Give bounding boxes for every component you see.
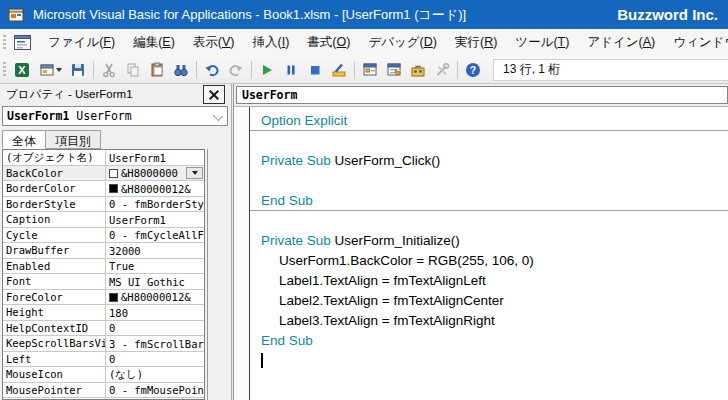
help-button[interactable]: ? xyxy=(461,59,485,81)
selected-object-name: UserForm1 xyxy=(7,109,69,123)
property-row-helpcontextid[interactable]: HelpContextID0 xyxy=(3,321,204,337)
menu-label: ) xyxy=(111,35,115,49)
code-line[interactable] xyxy=(250,131,728,151)
menu-label: ) xyxy=(285,35,289,49)
undo-icon xyxy=(204,62,220,78)
save-button[interactable] xyxy=(66,59,90,81)
menu-label: ) xyxy=(493,35,497,49)
menu-label: ) xyxy=(433,35,437,49)
code-line[interactable] xyxy=(250,211,728,231)
menu-tools[interactable]: ツール(T) xyxy=(506,30,578,55)
property-row-bordercolor[interactable]: BorderColor&H80000012& xyxy=(3,181,204,197)
break-icon xyxy=(283,62,299,78)
help-icon: ? xyxy=(465,62,481,78)
object-selector-dropdown[interactable]: UserForm1 UserForm xyxy=(2,106,228,126)
menu-label: 実行( xyxy=(455,35,484,49)
reset-icon xyxy=(307,62,323,78)
property-row-keepscrollbars[interactable]: KeepScrollBarsVis3 - fmScrollBarsB xyxy=(3,336,204,352)
design-mode-icon xyxy=(331,62,347,78)
project-explorer-button[interactable] xyxy=(358,59,382,81)
menu-run[interactable]: 実行(R) xyxy=(446,30,506,55)
menu-file[interactable]: ファイル(F) xyxy=(39,30,124,55)
menu-access-key: A xyxy=(643,35,651,49)
property-row-left[interactable]: Left0 xyxy=(3,352,204,368)
menu-addins[interactable]: アドイン(A) xyxy=(578,30,664,55)
property-row-font[interactable]: FontMS UI Gothic xyxy=(3,274,204,290)
object-dropdown[interactable]: UserForm xyxy=(236,86,728,104)
code-line[interactable]: Label3.TextAlign = fmTextAlignRight xyxy=(250,311,728,331)
property-row-caption[interactable]: CaptionUserForm1 xyxy=(3,212,204,228)
properties-panel: プロパティ - UserForm1 UserForm1 UserForm 全体 … xyxy=(0,84,232,400)
find-button[interactable] xyxy=(169,59,193,81)
code-line[interactable]: End Sub xyxy=(250,331,728,351)
title-bar: Microsoft Visual Basic for Applications … xyxy=(0,0,728,29)
menubar-grip-handle[interactable] xyxy=(3,35,6,51)
code-line[interactable]: Option Explicit xyxy=(250,111,728,131)
property-row-borderstyle[interactable]: BorderStyle0 - fmBorderStyle xyxy=(3,197,204,213)
menu-window[interactable]: ウィンドウ(W) xyxy=(664,30,728,55)
object-browser-button xyxy=(430,59,454,81)
design-mode-button[interactable] xyxy=(327,59,351,81)
property-row-enabled[interactable]: EnabledTrue xyxy=(3,259,204,275)
menu-access-key: F xyxy=(103,35,111,49)
menu-view[interactable]: 表示(V) xyxy=(184,30,244,55)
view-excel-button[interactable]: X xyxy=(10,59,34,81)
find-icon xyxy=(173,62,189,78)
selected-object-type: UserForm xyxy=(76,109,131,123)
code-editor[interactable]: Option Explicit Private Sub UserForm_Cli… xyxy=(234,107,728,400)
menu-format[interactable]: 書式(O) xyxy=(298,30,359,55)
undo-button[interactable] xyxy=(200,59,224,81)
property-row-drawbuffer[interactable]: DrawBuffer32000 xyxy=(3,243,204,259)
code-text[interactable]: Option Explicit Private Sub UserForm_Cli… xyxy=(250,111,728,400)
code-line[interactable]: Private Sub UserForm_Initialize() xyxy=(250,231,728,251)
property-row-mouseicon[interactable]: MouseIcon(なし) xyxy=(3,367,204,383)
code-line[interactable] xyxy=(250,171,728,191)
code-line[interactable] xyxy=(250,351,728,371)
property-row-forecolor[interactable]: ForeColor&H80000012& xyxy=(3,290,204,306)
code-line[interactable]: Private Sub UserForm_Click() xyxy=(250,151,728,171)
redo-button xyxy=(224,59,248,81)
menu-edit[interactable]: 編集(E) xyxy=(124,30,184,55)
run-button[interactable] xyxy=(255,59,279,81)
property-row-objectname[interactable]: (オブジェクト名)UserForm1 xyxy=(3,150,204,166)
code-line[interactable]: End Sub xyxy=(250,191,728,211)
paste-button[interactable] xyxy=(145,59,169,81)
insert-dropdown-arrow-icon[interactable] xyxy=(56,68,62,72)
reset-button[interactable] xyxy=(303,59,327,81)
menu-bar: ファイル(F) 編集(E) 表示(V) 挿入(I) 書式(O) デバッグ(D) … xyxy=(0,29,728,56)
tab-categorized[interactable]: 項目別 xyxy=(45,130,101,149)
toolbar-separator xyxy=(354,61,355,79)
color-swatch xyxy=(109,169,118,178)
code-line[interactable]: UserForm1.BackColor = RGB(255, 106, 0) xyxy=(250,251,728,271)
property-row-height[interactable]: Height180 xyxy=(3,305,204,321)
properties-close-button[interactable] xyxy=(203,85,225,104)
toolbox-button[interactable] xyxy=(406,59,430,81)
menu-label: ) xyxy=(651,35,655,49)
value-dropdown-button[interactable] xyxy=(186,167,203,180)
menu-access-key: E xyxy=(162,35,170,49)
property-row-cycle[interactable]: Cycle0 - fmCycleAllFo xyxy=(3,228,204,244)
insert-userform-button[interactable] xyxy=(34,59,66,81)
project-explorer-icon xyxy=(362,62,378,78)
property-row-backcolor[interactable]: BackColor&H8000000 xyxy=(3,166,204,182)
color-swatch xyxy=(109,184,118,193)
break-button[interactable] xyxy=(279,59,303,81)
indicator-margin[interactable] xyxy=(234,107,250,400)
properties-window-button[interactable] xyxy=(382,59,406,81)
userform-icon xyxy=(39,62,55,78)
svg-text:X: X xyxy=(18,64,26,76)
toolbar-grip-handle[interactable] xyxy=(3,62,6,78)
properties-scrollbar[interactable] xyxy=(207,149,208,400)
tab-alphabetic[interactable]: 全体 xyxy=(2,130,46,149)
save-icon xyxy=(70,62,86,78)
menu-insert[interactable]: 挿入(I) xyxy=(244,30,299,55)
code-line[interactable]: Label1.TextAlign = fmTextAlignLeft xyxy=(250,271,728,291)
menu-label: ツール( xyxy=(515,35,557,49)
code-window: UserForm Option Explicit Private Sub Use… xyxy=(233,84,728,400)
redo-icon xyxy=(228,62,244,78)
code-line[interactable]: Label2.TextAlign = fmTextAlignCenter xyxy=(250,291,728,311)
property-row-mousepointer[interactable]: MousePointer0 - fmMousePoint xyxy=(3,383,204,399)
cut-icon xyxy=(101,62,117,78)
menu-access-key: R xyxy=(484,35,493,49)
menu-debug[interactable]: デバッグ(D) xyxy=(359,30,446,55)
